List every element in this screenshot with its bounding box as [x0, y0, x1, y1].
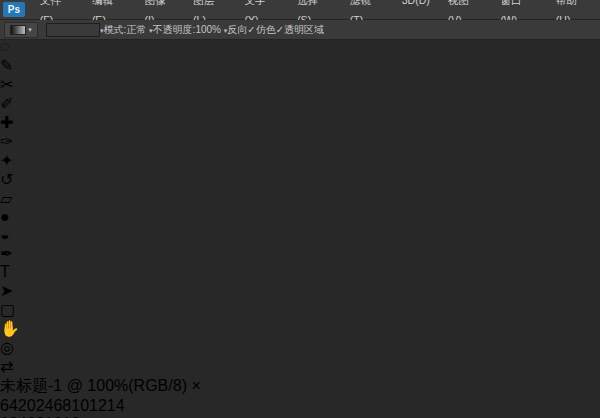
path-selection-tool[interactable]: ➤ [0, 281, 600, 300]
rectangle-tool[interactable]: ▢ [0, 300, 600, 319]
horizontal-ruler: 64202468101214 [0, 397, 600, 415]
opacity-input[interactable]: 100% ▾ [195, 24, 227, 35]
photoshop-logo: Ps [3, 2, 25, 17]
hand-tool[interactable]: ✋ [0, 319, 600, 338]
document-tab-title: 未标题-1 @ 100%(RGB/8) [0, 377, 187, 394]
checkbox-checked[interactable]: ✓ [276, 24, 284, 35]
checkbox-label: 仿色 [256, 24, 276, 35]
ruler-label: 12 [89, 397, 107, 414]
eyedropper-tool[interactable]: ✐ [0, 94, 600, 113]
ruler-label: 2 [18, 397, 27, 414]
spot-healing-brush-tool[interactable]: ✚ [0, 113, 600, 132]
document-tab[interactable]: 未标题-1 @ 100%(RGB/8) × [0, 376, 600, 397]
photoshop-window: Ps 文件(F)编辑(E)图像(I)图层(L)文字(Y)选择(S)滤镜(T)3D… [0, 0, 600, 418]
opacity-label: 不透明度: [153, 23, 196, 37]
blur-tool[interactable]: ● [0, 208, 600, 226]
checkbox-label: 反向 [227, 24, 247, 35]
lasso-tool[interactable]: ◌ [0, 38, 600, 56]
blend-mode-select[interactable]: 正常 ▾ [126, 23, 152, 37]
option-checkboxes: 反向✓仿色✓透明区域 [227, 23, 324, 37]
color-swatches: ⇄ [0, 357, 600, 376]
history-brush-tool[interactable]: ↺ [0, 170, 600, 189]
opacity-value: 100% [195, 24, 221, 35]
gradient-preview-bar[interactable] [46, 23, 100, 37]
tools-panel: ↖▭◌✎✂✐✚✑✦↺▱●◒✒T➤▢✋◎⇄ [0, 0, 600, 376]
ruler-label: 8 [62, 397, 71, 414]
ruler-label: 6 [53, 397, 62, 414]
eraser-tool[interactable]: ▱ [0, 189, 600, 208]
gradient-preset-picker[interactable]: ▾ [4, 22, 38, 38]
crop-tool[interactable]: ✂ [0, 75, 600, 94]
close-icon[interactable]: × [191, 377, 200, 394]
ruler-label: 10 [71, 397, 89, 414]
checkbox-checked[interactable]: ✓ [247, 24, 255, 35]
ruler-label: 6 [0, 397, 9, 414]
ruler-label: 2 [36, 397, 45, 414]
pen-tool[interactable]: ✒ [0, 244, 600, 263]
ruler-label: 14 [107, 397, 125, 414]
menu-bar: Ps 文件(F)编辑(E)图像(I)图层(L)文字(Y)选择(S)滤镜(T)3D… [0, 0, 600, 20]
clone-stamp-tool[interactable]: ✦ [0, 151, 600, 170]
blend-mode-value: 正常 [126, 24, 146, 35]
tool-options-bar: ▾ ▾ 模式: 正常 ▾ 不透明度: 100% ▾ 反向✓仿色✓透明区域 [0, 20, 600, 40]
checkbox-label: 透明区域 [284, 24, 324, 35]
chevron-down-icon: ▾ [28, 26, 32, 33]
zoom-tool[interactable]: ◎ [0, 338, 600, 357]
ruler-label: 4 [9, 397, 18, 414]
gradient-preset-thumbnail-icon [10, 25, 26, 35]
brush-tool[interactable]: ✑ [0, 132, 600, 151]
quick-selection-tool[interactable]: ✎ [0, 56, 600, 75]
type-tool[interactable]: T [0, 263, 600, 281]
ruler-label: 0 [27, 397, 36, 414]
document-tab-bar: 未标题-1 @ 100%(RGB/8) × [0, 376, 600, 397]
dodge-tool[interactable]: ◒ [0, 226, 600, 244]
mode-label: 模式: [104, 23, 127, 37]
switch-colors-icon[interactable]: ⇄ [0, 357, 600, 376]
